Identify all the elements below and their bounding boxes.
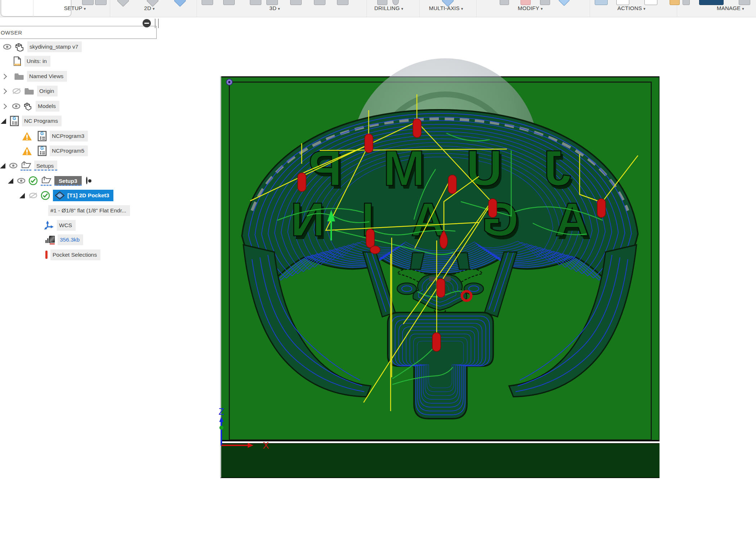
collapse-triangle-icon[interactable] [19,193,25,198]
z-axis-label: Z [219,406,224,417]
gcode-icon: G [37,145,47,156]
setup-icon [41,176,51,186]
gcode-icon: G [37,131,47,141]
folder-icon [14,72,24,80]
tree-label[interactable]: Named Views [27,71,67,82]
expand-chevron-icon[interactable] [1,103,7,109]
tree-label[interactable]: skydiving_stamp v7 [27,41,82,52]
tree-label[interactable]: Origin [37,86,58,96]
file-size-icon [45,235,55,244]
gcode-icon: G [10,116,19,126]
browser-panel: OWSER skydiving_stamp v7 Units: in Named… [0,17,166,276]
collapse-triangle-icon[interactable] [0,163,5,168]
tree-row-ncprogram3[interactable]: G NCProgram3 [22,130,88,142]
tree-label-setup3[interactable]: Setup3 [54,176,82,186]
expand-chevron-icon[interactable] [1,88,7,94]
pocket-selection-icon [45,252,48,258]
tree-row-document[interactable]: skydiving_stamp v7 [3,41,82,53]
pocket-operation-icon [55,192,64,199]
app-window: SETUP▾ 2D▾ 3D▾ DRILLING▾ MULTI-AXIS▾ MOD… [0,0,756,540]
tree-label[interactable]: Units: in [24,56,50,67]
tree-label[interactable]: Pocket Selections [50,249,100,260]
check-icon [41,191,50,200]
check-icon [28,176,38,185]
tree-label[interactable]: Models [36,101,59,112]
tree-row-file-size[interactable]: 356.3kb [45,234,83,246]
tree-row-setup3[interactable]: Setup3 [8,175,90,187]
eye-icon[interactable] [3,44,12,50]
tree-row-ncprogram5[interactable]: G NCProgram5 [22,145,88,157]
folder-icon [24,87,34,95]
tree-row-pocket-selections[interactable]: Pocket Selections [45,249,100,261]
tree-row-models[interactable]: Models [2,100,59,112]
component-icon [23,102,33,111]
collapse-triangle-icon[interactable] [8,178,13,184]
tree-label[interactable]: WCS [57,220,76,231]
tree-row-2d-pocket3[interactable]: [T1] 2D Pocket3 [19,189,113,202]
expand-chevron-icon[interactable] [1,73,7,79]
collapse-triangle-icon[interactable] [1,118,6,124]
active-setup-target-icon[interactable] [86,177,87,184]
tree-label[interactable]: NCProgram3 [50,131,88,141]
warning-icon [22,147,32,155]
selected-operation[interactable]: [T1] 2D Pocket3 [53,190,113,201]
wcs-axes-icon [44,221,54,230]
browser-header: OWSER [0,26,157,39]
eye-icon[interactable] [12,103,21,109]
tree-row-origin[interactable]: Origin [2,85,58,97]
collapse-browser-button[interactable] [143,19,151,27]
tree-row-setups[interactable]: Setups [0,159,57,172]
eye-slash-icon[interactable] [28,192,38,199]
eye-slash-icon[interactable] [12,88,21,94]
units-document-icon [13,56,22,66]
tree-label[interactable]: 356.3kb [58,234,83,245]
component-icon [14,42,24,51]
panel-resize-handle[interactable] [155,19,159,28]
tree-row-tool[interactable]: #1 - Ø1/8" flat (1/8" Flat Endr... [45,204,130,217]
tree-label[interactable]: Setups [34,161,57,171]
tree-label[interactable]: #1 - Ø1/8" flat (1/8" Flat Endr... [48,205,130,216]
tree-row-units[interactable]: Units: in [13,55,50,67]
browser-title: OWSER [1,30,22,36]
setup-icon [21,161,31,171]
tree-label[interactable]: NCProgram5 [50,145,88,156]
warning-icon [22,132,32,140]
tree-row-nc-programs[interactable]: G NC Programs [1,115,62,127]
eye-icon[interactable] [9,163,18,168]
tree-row-named-views[interactable]: Named Views [2,70,67,82]
eye-icon[interactable] [17,178,26,184]
tree-row-wcs[interactable]: WCS [44,219,76,231]
tree-label: [T1] 2D Pocket3 [67,192,109,199]
x-axis-label: X [263,440,269,451]
tree-label[interactable]: NC Programs [22,116,62,126]
